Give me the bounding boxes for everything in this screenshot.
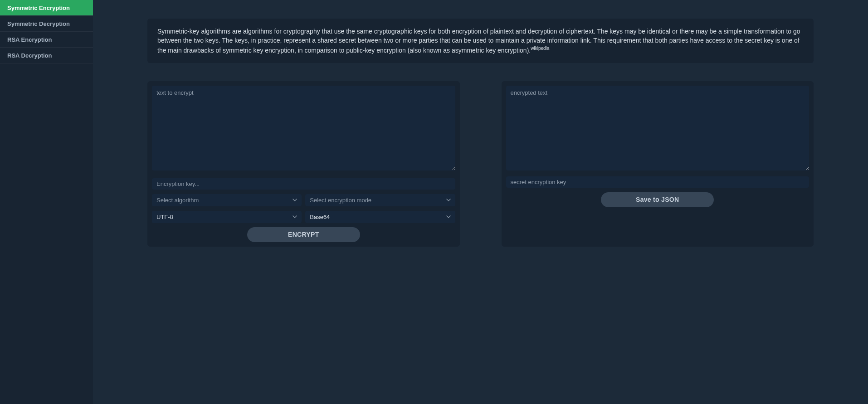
encryption-key-input[interactable] xyxy=(152,178,455,190)
select-row-2: UTF-8 Base64 xyxy=(152,211,455,223)
sidebar-item-symmetric-decryption[interactable]: Symmetric Decryption xyxy=(0,16,93,32)
sidebar-item-rsa-decryption[interactable]: RSA Decryption xyxy=(0,48,93,63)
plaintext-textarea[interactable] xyxy=(152,86,455,170)
result-panel: Save to JSON xyxy=(502,81,814,247)
secret-key-input[interactable] xyxy=(506,176,809,188)
sidebar-item-label: RSA Decryption xyxy=(7,52,52,59)
sidebar-item-symmetric-encryption[interactable]: Symmetric Encryption xyxy=(0,0,93,16)
algorithm-select-label: Select algorithm xyxy=(156,197,199,204)
encoding-select-label: UTF-8 xyxy=(156,214,173,220)
main-content: Symmetric-key algorithms are algorithms … xyxy=(93,0,868,404)
save-json-button[interactable]: Save to JSON xyxy=(601,192,714,207)
output-format-select[interactable]: Base64 xyxy=(305,211,455,223)
chevron-down-icon xyxy=(446,198,451,202)
info-box: Symmetric-key algorithms are algorithms … xyxy=(147,19,814,63)
mode-select-label: Select encryption mode xyxy=(310,197,371,204)
sidebar-item-label: RSA Encryption xyxy=(7,36,52,43)
output-format-select-label: Base64 xyxy=(310,214,330,220)
chevron-down-icon xyxy=(446,214,451,219)
sidebar-item-rsa-encryption[interactable]: RSA Encryption xyxy=(0,32,93,48)
ciphertext-textarea[interactable] xyxy=(506,86,809,170)
encrypt-button[interactable]: ENCRYPT xyxy=(247,227,360,242)
info-source: wikipedia xyxy=(531,46,549,51)
select-row-1: Select algorithm Select encryption mode xyxy=(152,194,455,206)
sidebar: Symmetric Encryption Symmetric Decryptio… xyxy=(0,0,93,404)
sidebar-item-label: Symmetric Decryption xyxy=(7,20,70,27)
info-text: Symmetric-key algorithms are algorithms … xyxy=(157,28,800,54)
sidebar-item-label: Symmetric Encryption xyxy=(7,5,70,11)
encoding-select[interactable]: UTF-8 xyxy=(152,211,302,223)
mode-select[interactable]: Select encryption mode xyxy=(305,194,455,206)
chevron-down-icon xyxy=(293,198,297,202)
panels-row: Select algorithm Select encryption mode … xyxy=(147,81,814,247)
algorithm-select[interactable]: Select algorithm xyxy=(152,194,302,206)
chevron-down-icon xyxy=(293,214,297,219)
encrypt-panel: Select algorithm Select encryption mode … xyxy=(147,81,460,247)
